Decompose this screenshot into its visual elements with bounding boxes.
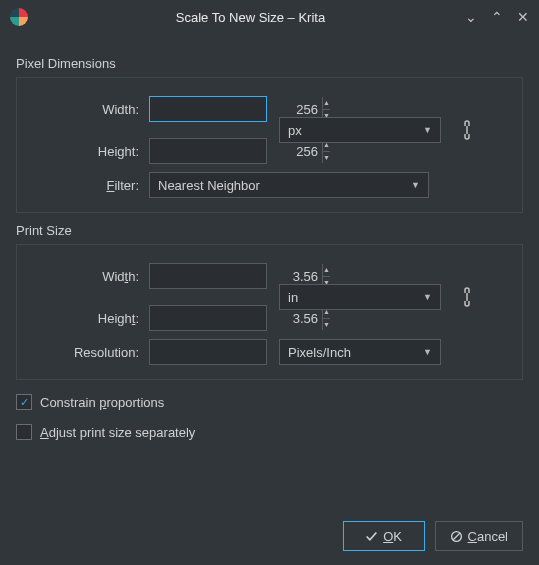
filter-value: Nearest Neighbor [158, 178, 411, 193]
pixel-dimensions-label: Pixel Dimensions [16, 56, 523, 71]
adjust-print-size-label: Adjust print size separately [40, 425, 195, 440]
pixel-unit-value: px [288, 123, 423, 138]
krita-app-icon [10, 8, 28, 26]
resolution-unit-value: Pixels/Inch [288, 345, 423, 360]
pixel-dimensions-panel: Width: ▲ ▼ Height: ▲ [16, 77, 523, 213]
pixel-height-label: Height: [31, 144, 149, 159]
constrain-proportions-row[interactable]: ✓ Constrain proportions [16, 394, 523, 410]
cancel-button[interactable]: Cancel [435, 521, 523, 551]
ok-button[interactable]: OK [343, 521, 425, 551]
spinner-up-icon[interactable]: ▲ [323, 97, 330, 110]
filter-select[interactable]: Nearest Neighbor ▼ [149, 172, 429, 198]
chevron-down-icon: ▼ [411, 180, 420, 190]
print-unit-value: in [288, 290, 423, 305]
constrain-proportions-label: Constrain proportions [40, 395, 164, 410]
chevron-down-icon: ▼ [423, 292, 432, 302]
titlebar: Scale To New Size – Krita ⌄ ⌃ ✕ [0, 0, 539, 34]
print-size-panel: Width: ▲ ▼ Height: ▲ [16, 244, 523, 380]
pixel-aspect-link-icon[interactable] [459, 119, 475, 141]
spinner-down-icon[interactable]: ▼ [323, 319, 330, 331]
print-unit-select[interactable]: in ▼ [279, 284, 441, 310]
resolution-unit-select[interactable]: Pixels/Inch ▼ [279, 339, 441, 365]
pixel-height-spinner[interactable]: ▲ ▼ [149, 138, 267, 164]
print-aspect-link-icon[interactable] [459, 286, 475, 308]
spinner-up-icon[interactable]: ▲ [323, 264, 330, 277]
resolution-label: Resolution: [31, 345, 149, 360]
print-height-label: Height: [31, 311, 149, 326]
maximize-icon[interactable]: ⌃ [491, 9, 503, 25]
chevron-down-icon: ▼ [423, 125, 432, 135]
window-title: Scale To New Size – Krita [36, 10, 465, 25]
filter-label: Filter: [31, 178, 149, 193]
print-width-label: Width: [31, 269, 149, 284]
constrain-proportions-checkbox[interactable]: ✓ [16, 394, 32, 410]
close-icon[interactable]: ✕ [517, 9, 529, 25]
resolution-spinner[interactable]: ▲ ▼ [149, 339, 267, 365]
chevron-down-icon: ▼ [423, 347, 432, 357]
print-width-spinner[interactable]: ▲ ▼ [149, 263, 267, 289]
print-height-spinner[interactable]: ▲ ▼ [149, 305, 267, 331]
adjust-print-size-checkbox[interactable] [16, 424, 32, 440]
cancel-icon [450, 530, 463, 543]
minimize-icon[interactable]: ⌄ [465, 9, 477, 25]
pixel-width-label: Width: [31, 102, 149, 117]
pixel-unit-select[interactable]: px ▼ [279, 117, 441, 143]
spinner-down-icon[interactable]: ▼ [323, 152, 330, 164]
check-icon [365, 530, 378, 543]
window-controls: ⌄ ⌃ ✕ [465, 9, 529, 25]
adjust-print-size-row[interactable]: Adjust print size separately [16, 424, 523, 440]
print-size-label: Print Size [16, 223, 523, 238]
pixel-width-spinner[interactable]: ▲ ▼ [149, 96, 267, 122]
